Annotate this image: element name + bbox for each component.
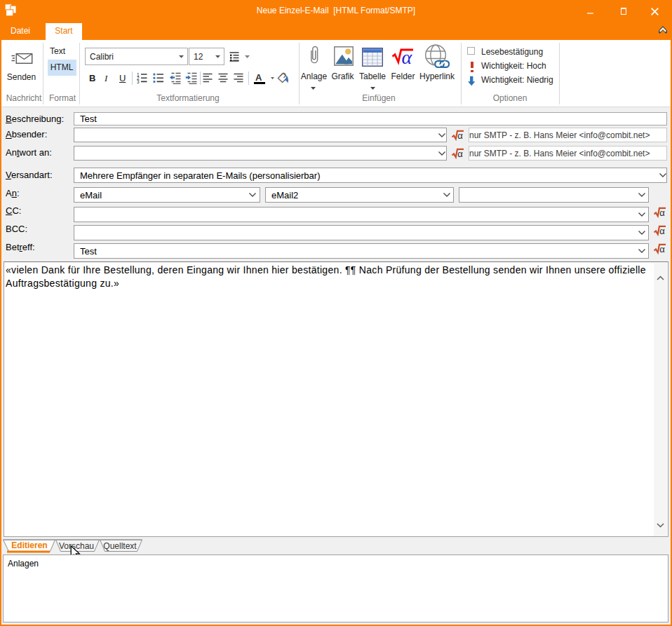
svg-text:α: α bbox=[402, 46, 413, 67]
svg-text:α: α bbox=[457, 130, 463, 141]
svg-text:α: α bbox=[457, 149, 463, 159]
svg-text:3: 3 bbox=[137, 79, 140, 83]
svg-text:α: α bbox=[659, 207, 665, 218]
svg-text:α: α bbox=[659, 226, 665, 236]
svg-text:α: α bbox=[659, 244, 665, 254]
